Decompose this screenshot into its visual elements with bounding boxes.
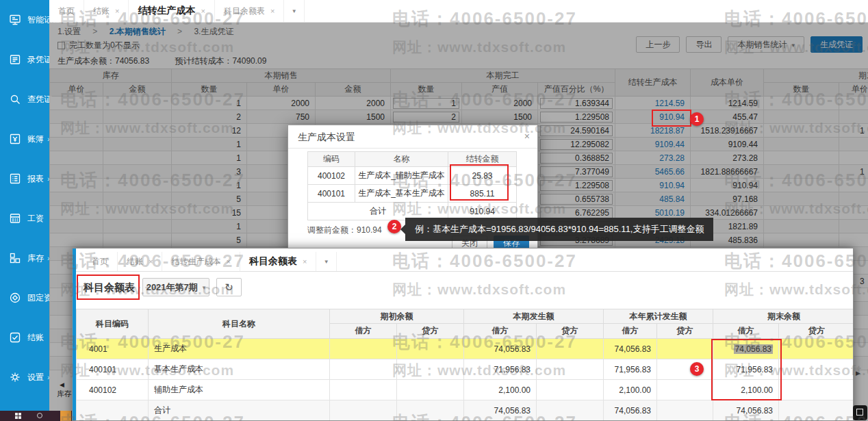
balance-header-group: 本年累计发生额 (604, 309, 713, 324)
sidebar-item-salary[interactable]: 工资 (0, 199, 49, 238)
cell-end-credit (779, 339, 854, 359)
tab-home[interactable]: 首页 (83, 252, 118, 271)
fixed-asset-icon (8, 291, 22, 305)
modal-table-row[interactable]: 400102生产成本_辅助生产成本25.83 (308, 167, 517, 185)
cell-init-debit (330, 380, 397, 400)
balance-table-row[interactable]: 4001生产成本74,056.8374,056.8374,056.83 (77, 339, 854, 359)
balance-tab-bar: 首页 结账× 结转生产成本× 科目余额表× ▼ (76, 252, 853, 272)
taskbar-app-icon[interactable] (60, 411, 71, 421)
sidebar-item-smart-accounting[interactable]: 智能记账 (0, 0, 49, 40)
sidebar-menu: 智能记账录凭证查凭证账簿›报表›工资库存›固定资产结账设置› (0, 0, 49, 397)
tab-list-dropdown[interactable]: ▼ (316, 252, 337, 271)
sidebar-item-ledger[interactable]: 账簿› (0, 119, 49, 159)
windows-logo-icon[interactable] (15, 413, 21, 419)
cell-year-debit: 74,056.83 (604, 400, 657, 421)
tab-list-dropdown[interactable]: ▼ (284, 0, 305, 22)
cell-year-credit (657, 359, 713, 380)
refresh-button[interactable]: ↻ (216, 278, 242, 296)
cell-year-credit (657, 339, 713, 359)
modal-table-row[interactable]: 400101生产成本_基本生产成本885.11 (308, 185, 517, 203)
close-icon[interactable]: × (115, 7, 119, 15)
balance-header-credit: 贷方 (537, 324, 604, 339)
cell-cur-credit (537, 380, 604, 400)
cell-init-debit (330, 339, 397, 359)
balance-header-credit: 贷方 (657, 324, 713, 339)
period-select[interactable]: 2021年第7期▾ (142, 278, 209, 296)
balance-header-credit: 贷方 (397, 324, 464, 339)
balance-header-debit: 借方 (330, 324, 397, 339)
tab-closing[interactable]: 结账× (84, 0, 129, 22)
cell-year-debit: 74,056.83 (604, 339, 657, 359)
tab-account-balance[interactable]: 科目余额表× (240, 252, 316, 271)
sidebar-item-voucher-entry[interactable]: 录凭证 (0, 40, 49, 79)
cell-init-credit (397, 339, 464, 359)
sidebar-item-reports[interactable]: 报表› (0, 159, 49, 199)
scroll-right-icon[interactable]: ▶ (856, 370, 860, 377)
balance-table-row[interactable]: 400102辅助生产成本2,100.002,100.002,100.00 (77, 380, 854, 400)
tab-closing[interactable]: 结账× (118, 252, 162, 271)
modal-close-icon[interactable]: × (524, 131, 530, 141)
annotation-badge-2: 2 (387, 220, 401, 233)
sidebar-item-inventory[interactable]: 库存› (0, 238, 49, 278)
cell-account-name: 生产成本_基本生产成本 (355, 185, 448, 203)
cell-subject-name: 合计 (149, 400, 330, 421)
cell-subject-code (77, 400, 149, 421)
settings-icon (8, 370, 22, 384)
cell-end-debit: 71,956.83 (713, 359, 779, 380)
report-icon (8, 172, 22, 186)
windows-taskbar (0, 411, 72, 421)
close-icon[interactable]: × (226, 257, 230, 266)
close-icon[interactable]: × (201, 7, 205, 15)
balance-header-name: 科目名称 (149, 309, 330, 339)
cell-subject-name: 辅助生产成本 (149, 380, 330, 400)
close-icon[interactable]: × (270, 7, 275, 15)
balance-table-row[interactable]: 400101基本生产成本71,956.8371,956.8371,956.83 (77, 359, 854, 380)
inventory-icon (8, 251, 22, 265)
taskbar-search-icon[interactable] (37, 413, 42, 418)
sidebar-item-label: 设置 (27, 372, 44, 383)
sidebar-item-fixed-assets[interactable]: 固定资产 (0, 278, 49, 318)
annotation-badge-3: 3 (690, 362, 704, 376)
cell-init-debit (330, 359, 397, 380)
cell-end-credit (779, 400, 854, 421)
sidebar-item-settings[interactable]: 设置› (0, 357, 49, 397)
tab-account-balance[interactable]: 科目余额表× (215, 0, 284, 22)
close-icon[interactable]: × (303, 257, 307, 266)
cell-end-credit (779, 359, 854, 380)
cell-account-code: 400101 (308, 185, 355, 203)
floating-widget-icon[interactable] (853, 405, 867, 420)
tab-carry-forward-cost[interactable]: 结转生产成本× (162, 252, 240, 271)
sidebar-item-label: 结账 (27, 332, 44, 344)
cell-init-debit (330, 400, 397, 421)
cell-init-credit (397, 380, 464, 400)
close-icon[interactable]: × (149, 257, 153, 266)
balance-page-title: 科目余额表 (84, 281, 135, 294)
modal-table-header: 名称 (355, 152, 448, 167)
cell-carry-amount: 25.83 (448, 167, 517, 185)
balance-header-group: 期末余额 (713, 309, 854, 324)
sidebar: 智能记账录凭证查凭证账簿›报表›工资库存›固定资产结账设置› (0, 0, 49, 421)
cell-cur-credit (537, 339, 604, 359)
cell-end-debit: 74,056.83 (713, 400, 779, 421)
modal-table: 编码名称结转金额400102生产成本_辅助生产成本25.83400101生产成本… (307, 151, 517, 220)
balance-header-debit: 借方 (713, 324, 779, 339)
cell-cur-credit (537, 400, 604, 421)
sidebar-item-closing[interactable]: 结账 (0, 318, 49, 357)
balance-table-row[interactable]: 合计74,056.8374,056.8374,056.83 (77, 400, 854, 421)
cell-subject-code: 400101 (77, 359, 149, 380)
caret-down-icon: ▾ (203, 284, 206, 291)
balance-sheet-window: 首页 结账× 结转生产成本× 科目余额表× ▼ 科目余额表 2021年第7期▾ … (72, 248, 854, 421)
balance-header-group: 本期发生额 (464, 309, 604, 324)
cell-subject-name: 基本生产成本 (149, 359, 330, 380)
smart-accounting-icon (8, 13, 22, 27)
cell-cur-debit: 74,056.83 (464, 339, 537, 359)
sidebar-item-label: 报表 (27, 173, 44, 185)
salary-icon (8, 212, 22, 225)
cell-subject-code: 4001 (77, 339, 149, 359)
cell-subject-name: 生产成本 (149, 339, 330, 359)
sidebar-item-voucher-search[interactable]: 查凭证 (0, 79, 49, 119)
tab-carry-forward-cost[interactable]: 结转生产成本× (129, 0, 214, 22)
balance-table: 科目编码科目名称期初余额本期发生额本年累计发生额期末余额借方贷方借方贷方借方贷方… (76, 309, 854, 421)
cell-carry-amount: 885.11 (448, 185, 517, 203)
cell-end-credit (779, 380, 854, 400)
